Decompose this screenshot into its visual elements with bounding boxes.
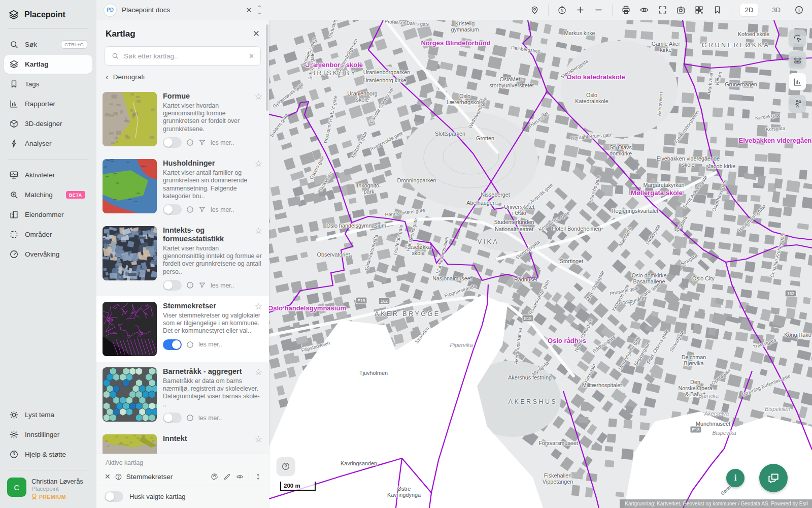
favorite-star-icon[interactable]: ☆ [255,434,262,444]
sidebar-item-overvaking[interactable]: Overvåking [4,245,92,264]
zoom-in-icon[interactable] [576,5,585,15]
sidebar-item-tags[interactable]: Tags [4,75,92,93]
favorite-star-icon[interactable]: ☆ [255,226,262,236]
sidebar-item-lyst-tema[interactable]: Lyst tema [4,405,92,424]
clear-search-icon[interactable]: ✕ [246,6,252,15]
layer-thumbnail[interactable] [103,92,157,146]
layer-toggle[interactable] [163,280,182,291]
svg-text:E18: E18 [357,298,365,303]
chart-button[interactable] [789,73,806,90]
read-more-link[interactable]: les mer.. [211,282,234,289]
palette-icon[interactable] [211,473,218,481]
layer-toggle[interactable] [163,204,182,215]
search-target-icon [9,190,19,200]
sidebar-item-label: Rapporter [25,100,55,108]
select-cursor-button[interactable] [789,29,806,47]
layer-card-barnetrakk[interactable]: Barnetråkk - aggregertBarnetråkk er data… [96,362,269,429]
travel-time-button[interactable] [789,95,806,112]
map-canvas[interactable]: E18162E18162E18 Norges BlindeforbundUran… [269,20,812,508]
expand-search-icon[interactable]: ⌃⌄ [257,6,262,15]
edit-pen-icon[interactable] [223,473,231,481]
eye-icon[interactable] [236,473,244,481]
layer-help-icon[interactable] [115,473,122,481]
reorder-icon[interactable] [254,473,262,481]
read-more-link[interactable]: les mer.. [198,415,222,422]
layer-card-formue[interactable]: FormueKartet viser hvordan gjennomsnittl… [96,86,269,153]
active-layer-row[interactable]: ✕ Stemmekretser [96,470,269,486]
remember-toggle[interactable] [105,491,123,502]
layer-card-husholdninger[interactable]: HusholdningerKartet viser antall familie… [96,153,269,220]
layer-filter-icon[interactable] [198,139,206,146]
sidebar-item-analyser[interactable]: Analyser [4,134,92,153]
remember-layers-row[interactable]: Husk valgte kartlag [96,486,269,503]
favorite-star-icon[interactable]: ☆ [255,367,262,377]
layer-filter-icon[interactable] [198,281,206,289]
layer-toggle[interactable] [163,412,182,423]
compass-north-icon[interactable]: N [557,5,567,15]
layer-filter-icon[interactable] [198,206,206,213]
read-more-link[interactable]: les mer.. [198,341,222,348]
favorite-star-icon[interactable]: ☆ [255,158,262,169]
layer-toggle[interactable] [163,137,182,148]
map-help-button[interactable] [277,457,295,475]
close-panel-icon[interactable]: ✕ [253,28,260,39]
breadcrumb[interactable]: ‹ Demografi [96,72,269,86]
layer-thumbnail[interactable] [103,434,157,454]
fullscreen-icon[interactable] [658,5,667,15]
divider [548,5,549,16]
layer-card-inntekt[interactable]: Inntekt☆ [96,429,269,454]
search-value[interactable]: Placepoint docs [122,6,241,14]
favorite-star-icon[interactable]: ☆ [255,91,262,102]
sidebar-item-eiendommer[interactable]: Eiendommer [4,205,92,224]
chat-button[interactable] [759,464,788,492]
sidebar-item-3d-designer[interactable]: 3D-designer [4,114,92,133]
layer-search[interactable]: ✕ [105,46,261,66]
layer-search-input[interactable] [124,52,244,60]
measure-distance-button[interactable] [789,51,806,69]
layer-info-icon[interactable] [186,206,194,213]
sidebar-item-rapporter[interactable]: Rapporter [4,94,92,113]
location-icon[interactable] [530,5,539,15]
screenshot-camera-icon[interactable] [676,5,686,15]
sidebar-item-omrader[interactable]: Områder [4,225,92,244]
print-icon[interactable] [621,5,631,15]
bookmark-icon[interactable] [713,5,722,15]
back-chevron-icon[interactable]: ‹ [106,73,109,81]
report-chart-icon [9,99,19,109]
layer-card-inntekts[interactable]: Inntekts- og formuesstatistikkKartet vis… [96,220,269,296]
layer-card-stemmekretser[interactable]: StemmekretserViser stemmekretser og valg… [96,296,269,362]
visibility-icon[interactable] [639,5,649,15]
layer-toggle[interactable] [163,339,182,350]
user-card[interactable]: C Christian Løverås Placepoint PREMIUM [0,471,96,508]
sidebar-item-sok[interactable]: Søk CTRL+G [4,35,92,54]
zoom-out-icon[interactable] [594,5,603,15]
remove-layer-icon[interactable]: ✕ [105,472,111,481]
qr-code-icon[interactable] [694,5,704,15]
favorite-star-icon[interactable]: ☆ [255,301,262,312]
layer-thumbnail[interactable] [103,226,157,280]
divider [8,28,88,29]
panel-scrollbar[interactable] [265,20,268,508]
layer-thumbnail[interactable] [103,302,157,356]
layer-info-icon[interactable] [186,414,194,422]
read-more-link[interactable]: les mer.. [211,139,234,146]
map-info-button[interactable]: i [726,469,745,487]
sidebar-item-kartlag[interactable]: Kartlag [4,55,92,74]
layer-info-icon[interactable] [186,281,194,289]
avatar[interactable]: C [7,478,26,497]
sidebar-item-hjelp[interactable]: Hjelp & støtte [4,445,92,464]
clear-layer-search-icon[interactable]: ✕ [249,52,254,60]
layer-info-icon[interactable] [186,341,194,348]
info-icon[interactable] [794,5,804,15]
sidebar-item-innstillinger[interactable]: Innstillinger [4,425,92,444]
layer-thumbnail[interactable] [103,159,157,213]
layer-info-icon[interactable] [186,139,194,146]
sidebar-item-matching[interactable]: Matching BETA [4,185,92,204]
read-more-link[interactable]: les mer.. [211,206,234,213]
mode-3d-button[interactable]: 3D [767,4,786,16]
global-search[interactable]: PD Placepoint docs ✕ ⌃⌄ [96,0,269,20]
mode-2d-button[interactable]: 2D [740,4,759,16]
layer-thumbnail[interactable] [103,367,157,422]
app-logo[interactable]: Placepoint [0,0,96,27]
sidebar-item-aktiviteter[interactable]: Aktiviteter [4,166,92,184]
